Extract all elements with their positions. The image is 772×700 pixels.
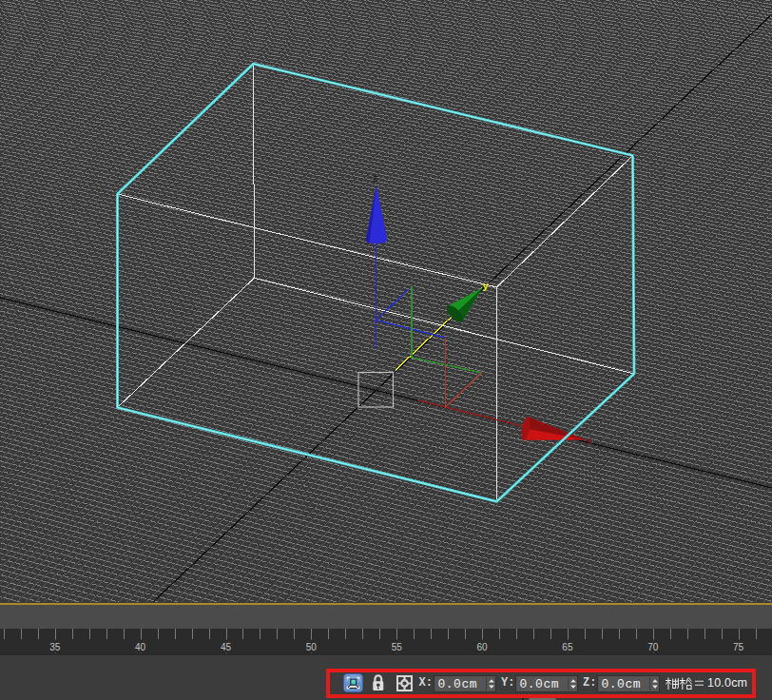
svg-text:55: 55	[392, 642, 403, 652]
svg-text:65: 65	[562, 642, 573, 652]
svg-text:40: 40	[135, 642, 146, 652]
svg-text:y: y	[483, 280, 490, 291]
svg-text:x: x	[587, 435, 592, 446]
svg-text:50: 50	[306, 642, 318, 652]
svg-text:45: 45	[221, 642, 232, 652]
svg-text:70: 70	[647, 642, 659, 652]
svg-text:35: 35	[49, 642, 61, 652]
svg-text:60: 60	[477, 642, 489, 652]
svg-text:75: 75	[733, 642, 744, 652]
svg-text:z: z	[373, 173, 377, 184]
